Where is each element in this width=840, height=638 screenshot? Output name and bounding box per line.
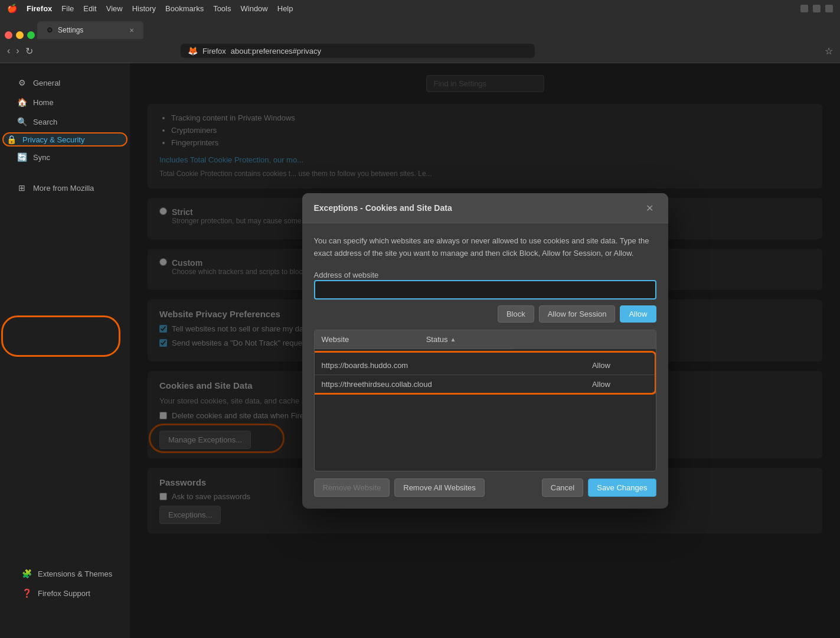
- modal-close-button[interactable]: ✕: [643, 201, 656, 214]
- menu-window[interactable]: Window: [241, 4, 268, 13]
- sidebar-item-search[interactable]: 🔍 Search: [5, 112, 125, 131]
- sidebar-home-label: Home: [33, 98, 54, 107]
- modal-overlay: Exceptions - Cookies and Site Data ✕ You…: [130, 63, 840, 638]
- sidebar-item-privacy[interactable]: 🔒 Privacy & Security: [2, 132, 128, 147]
- search-icon: 🔍: [17, 117, 27, 126]
- table-body: https://boards.huddo.com Allow https://t…: [315, 356, 656, 394]
- menu-history[interactable]: History: [132, 4, 156, 13]
- main-content: Tracking content in Private Windows Cryp…: [130, 63, 840, 638]
- fullscreen-control[interactable]: [825, 5, 833, 12]
- tab-bar: ⚙ Settings ✕: [0, 17, 840, 39]
- menu-edit[interactable]: Edit: [83, 4, 96, 13]
- sidebar-item-home[interactable]: 🏠 Home: [5, 93, 125, 112]
- sidebar-privacy-label: Privacy & Security: [22, 135, 84, 144]
- menu-view[interactable]: View: [106, 4, 123, 13]
- block-button[interactable]: Block: [498, 305, 534, 323]
- extensions-icon: 🧩: [21, 569, 32, 578]
- allow-button[interactable]: Allow: [620, 305, 656, 323]
- traffic-lights: [5, 31, 35, 39]
- exceptions-table-container: Website Status ▲: [314, 330, 656, 471]
- exceptions-data-table: https://boards.huddo.com Allow https://t…: [315, 356, 656, 394]
- more-icon: ⊞: [17, 183, 27, 193]
- extensions-item: 🧩 Extensions & Themes ❓ Firefox Support: [5, 564, 129, 603]
- browser-label: Firefox: [202, 47, 226, 56]
- menu-bar: Firefox File Edit View History Bookmarks…: [27, 4, 796, 13]
- back-button[interactable]: ‹: [7, 45, 10, 56]
- privacy-icon: 🔒: [6, 135, 17, 144]
- firefox-icon: 🦊: [188, 46, 198, 56]
- exceptions-modal: Exceptions - Cookies and Site Data ✕ You…: [302, 193, 668, 509]
- modal-header: Exceptions - Cookies and Site Data ✕: [302, 193, 668, 223]
- browser-content: ⚙ General 🏠 Home 🔍 Search 🔒 Privacy & Se…: [0, 63, 840, 638]
- status-cell-1: Allow: [585, 356, 656, 375]
- save-changes-button[interactable]: Save Changes: [588, 479, 656, 497]
- website-cell-2: https://threethirdseu.collab.cloud: [315, 375, 585, 394]
- table-row[interactable]: https://boards.huddo.com Allow: [315, 356, 656, 375]
- exceptions-table: Website Status ▲: [315, 330, 656, 350]
- sidebar-more-label: More from Mozilla: [33, 184, 94, 193]
- menu-bookmarks[interactable]: Bookmarks: [165, 4, 204, 13]
- allow-session-button[interactable]: Allow for Session: [539, 305, 616, 323]
- sidebar-item-more[interactable]: ⊞ More from Mozilla: [5, 178, 125, 197]
- status-col-header: Status ▲: [419, 330, 514, 349]
- website-col-header: Website: [315, 330, 419, 349]
- modal-body: You can specify which websites are alway…: [302, 223, 668, 509]
- sidebar-item-general[interactable]: ⚙ General: [5, 73, 125, 92]
- privacy-nav-wrapper: 🔒 Privacy & Security: [0, 132, 130, 147]
- minimize-control[interactable]: [800, 5, 808, 12]
- sidebar-item-support[interactable]: ❓ Firefox Support: [9, 584, 124, 603]
- tab-title: Settings: [58, 26, 83, 34]
- privacy-highlight-circle: [1, 315, 120, 357]
- title-bar: 🍎 Firefox File Edit View History Bookmar…: [0, 0, 840, 17]
- forward-button[interactable]: ›: [16, 45, 19, 56]
- address-input[interactable]: [314, 280, 656, 300]
- reload-button[interactable]: ↻: [25, 45, 33, 57]
- support-label: Firefox Support: [38, 589, 90, 598]
- remove-all-websites-button[interactable]: Remove All Websites: [394, 479, 485, 497]
- tab-close-button[interactable]: ✕: [129, 27, 134, 34]
- table-scroll: https://boards.huddo.com Allow https://t…: [315, 356, 656, 471]
- address-bar[interactable]: 🦊 Firefox about:preferences#privacy: [181, 44, 535, 58]
- modal-title: Exceptions - Cookies and Site Data: [314, 203, 452, 213]
- sync-icon: 🔄: [17, 152, 27, 162]
- bookmark-button[interactable]: ☆: [825, 45, 833, 57]
- sidebar-general-label: General: [33, 79, 60, 87]
- extensions-label: Extensions & Themes: [38, 569, 112, 578]
- home-icon: 🏠: [17, 97, 27, 107]
- apple-icon: 🍎: [7, 4, 17, 13]
- address-url: about:preferences#privacy: [231, 47, 321, 56]
- sort-arrow-icon: ▲: [450, 336, 456, 343]
- footer-left-buttons: Remove Website Remove All Websites: [314, 479, 485, 497]
- remove-website-button[interactable]: Remove Website: [314, 479, 390, 497]
- modal-footer: Remove Website Remove All Websites Cance…: [314, 479, 656, 497]
- window-controls: [800, 5, 833, 12]
- address-label: Address of website: [314, 271, 379, 279]
- support-icon: ❓: [21, 588, 32, 598]
- general-icon: ⚙: [17, 78, 27, 87]
- menu-help[interactable]: Help: [277, 4, 293, 13]
- table-header: Website Status ▲: [315, 330, 656, 349]
- tab-icon: ⚙: [47, 26, 53, 34]
- website-cell-1: https://boards.huddo.com: [315, 356, 585, 375]
- maximize-button[interactable]: [27, 31, 35, 39]
- browser-chrome: ⚙ Settings ✕ ‹ › ↻ 🦊 Firefox about:prefe…: [0, 17, 840, 63]
- minimize-button[interactable]: [16, 31, 24, 39]
- menu-tools[interactable]: Tools: [213, 4, 231, 13]
- sidebar-item-sync[interactable]: 🔄 Sync: [5, 148, 125, 167]
- sidebar-item-extensions[interactable]: 🧩 Extensions & Themes: [9, 564, 124, 583]
- sidebar-search-label: Search: [33, 118, 57, 126]
- cancel-button[interactable]: Cancel: [542, 479, 583, 497]
- footer-right-buttons: Cancel Save Changes: [542, 479, 656, 497]
- modal-description: You can specify which websites are alway…: [314, 235, 656, 260]
- nav-bar: ‹ › ↻ 🦊 Firefox about:preferences#privac…: [0, 39, 840, 63]
- menu-file[interactable]: File: [61, 4, 74, 13]
- table-row[interactable]: https://threethirdseu.collab.cloud Allow: [315, 375, 656, 394]
- settings-tab[interactable]: ⚙ Settings ✕: [37, 21, 143, 39]
- maximize-control[interactable]: [813, 5, 821, 12]
- menu-firefox[interactable]: Firefox: [27, 4, 52, 13]
- action-buttons: Block Allow for Session Allow: [314, 305, 656, 323]
- sidebar: ⚙ General 🏠 Home 🔍 Search 🔒 Privacy & Se…: [0, 63, 130, 638]
- status-cell-2: Allow: [585, 375, 656, 394]
- sidebar-sync-label: Sync: [33, 153, 50, 162]
- close-button[interactable]: [5, 31, 12, 39]
